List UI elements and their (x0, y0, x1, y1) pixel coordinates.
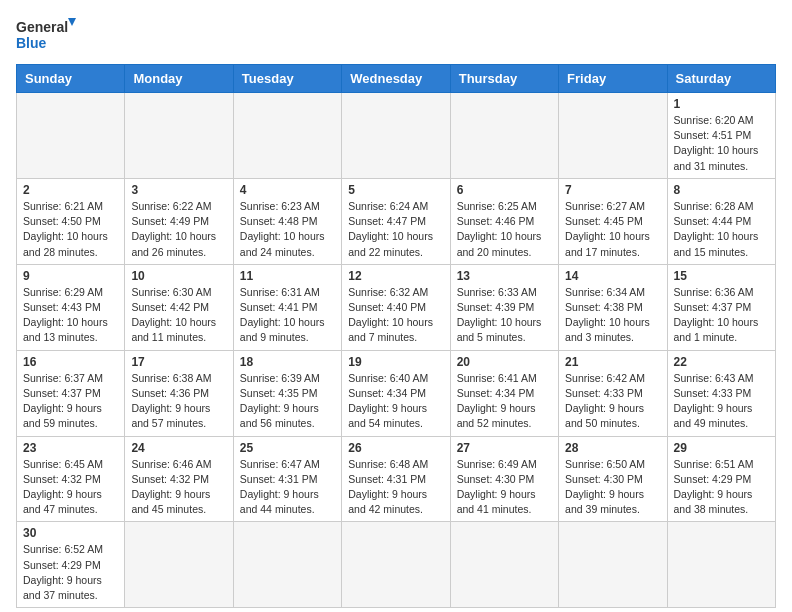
day-info: Sunrise: 6:38 AMSunset: 4:36 PMDaylight:… (131, 371, 226, 432)
day-info: Sunrise: 6:39 AMSunset: 4:35 PMDaylight:… (240, 371, 335, 432)
day-number: 3 (131, 183, 226, 197)
day-number: 24 (131, 441, 226, 455)
day-info: Sunrise: 6:46 AMSunset: 4:32 PMDaylight:… (131, 457, 226, 518)
calendar-cell: 19Sunrise: 6:40 AMSunset: 4:34 PMDayligh… (342, 350, 450, 436)
day-number: 27 (457, 441, 552, 455)
weekday-header-wednesday: Wednesday (342, 65, 450, 93)
calendar-cell (342, 93, 450, 179)
day-number: 20 (457, 355, 552, 369)
day-number: 10 (131, 269, 226, 283)
calendar-cell (559, 93, 667, 179)
calendar-cell: 27Sunrise: 6:49 AMSunset: 4:30 PMDayligh… (450, 436, 558, 522)
calendar-week-5: 23Sunrise: 6:45 AMSunset: 4:32 PMDayligh… (17, 436, 776, 522)
day-number: 28 (565, 441, 660, 455)
calendar-cell: 15Sunrise: 6:36 AMSunset: 4:37 PMDayligh… (667, 264, 775, 350)
calendar-cell (233, 522, 341, 608)
day-info: Sunrise: 6:51 AMSunset: 4:29 PMDaylight:… (674, 457, 769, 518)
day-info: Sunrise: 6:27 AMSunset: 4:45 PMDaylight:… (565, 199, 660, 260)
calendar-cell (233, 93, 341, 179)
calendar-cell: 24Sunrise: 6:46 AMSunset: 4:32 PMDayligh… (125, 436, 233, 522)
weekday-header-monday: Monday (125, 65, 233, 93)
calendar-cell: 7Sunrise: 6:27 AMSunset: 4:45 PMDaylight… (559, 178, 667, 264)
calendar-week-6: 30Sunrise: 6:52 AMSunset: 4:29 PMDayligh… (17, 522, 776, 608)
day-number: 1 (674, 97, 769, 111)
day-info: Sunrise: 6:25 AMSunset: 4:46 PMDaylight:… (457, 199, 552, 260)
calendar-cell: 10Sunrise: 6:30 AMSunset: 4:42 PMDayligh… (125, 264, 233, 350)
weekday-header-thursday: Thursday (450, 65, 558, 93)
day-info: Sunrise: 6:29 AMSunset: 4:43 PMDaylight:… (23, 285, 118, 346)
calendar-cell: 9Sunrise: 6:29 AMSunset: 4:43 PMDaylight… (17, 264, 125, 350)
calendar-cell (125, 522, 233, 608)
day-info: Sunrise: 6:37 AMSunset: 4:37 PMDaylight:… (23, 371, 118, 432)
day-info: Sunrise: 6:52 AMSunset: 4:29 PMDaylight:… (23, 542, 118, 603)
day-info: Sunrise: 6:23 AMSunset: 4:48 PMDaylight:… (240, 199, 335, 260)
calendar-cell: 13Sunrise: 6:33 AMSunset: 4:39 PMDayligh… (450, 264, 558, 350)
calendar-cell: 12Sunrise: 6:32 AMSunset: 4:40 PMDayligh… (342, 264, 450, 350)
calendar-cell: 23Sunrise: 6:45 AMSunset: 4:32 PMDayligh… (17, 436, 125, 522)
day-info: Sunrise: 6:31 AMSunset: 4:41 PMDaylight:… (240, 285, 335, 346)
day-number: 14 (565, 269, 660, 283)
calendar-week-3: 9Sunrise: 6:29 AMSunset: 4:43 PMDaylight… (17, 264, 776, 350)
calendar-cell (450, 522, 558, 608)
day-number: 21 (565, 355, 660, 369)
calendar-cell: 4Sunrise: 6:23 AMSunset: 4:48 PMDaylight… (233, 178, 341, 264)
day-info: Sunrise: 6:22 AMSunset: 4:49 PMDaylight:… (131, 199, 226, 260)
day-number: 22 (674, 355, 769, 369)
calendar-cell: 5Sunrise: 6:24 AMSunset: 4:47 PMDaylight… (342, 178, 450, 264)
day-number: 19 (348, 355, 443, 369)
calendar-cell: 26Sunrise: 6:48 AMSunset: 4:31 PMDayligh… (342, 436, 450, 522)
day-info: Sunrise: 6:24 AMSunset: 4:47 PMDaylight:… (348, 199, 443, 260)
day-info: Sunrise: 6:34 AMSunset: 4:38 PMDaylight:… (565, 285, 660, 346)
calendar-cell (17, 93, 125, 179)
calendar-cell (125, 93, 233, 179)
day-info: Sunrise: 6:36 AMSunset: 4:37 PMDaylight:… (674, 285, 769, 346)
day-info: Sunrise: 6:50 AMSunset: 4:30 PMDaylight:… (565, 457, 660, 518)
day-number: 6 (457, 183, 552, 197)
calendar-cell: 2Sunrise: 6:21 AMSunset: 4:50 PMDaylight… (17, 178, 125, 264)
day-number: 16 (23, 355, 118, 369)
calendar-week-2: 2Sunrise: 6:21 AMSunset: 4:50 PMDaylight… (17, 178, 776, 264)
svg-text:Blue: Blue (16, 35, 47, 51)
calendar-cell (342, 522, 450, 608)
day-number: 8 (674, 183, 769, 197)
day-number: 15 (674, 269, 769, 283)
weekday-header-friday: Friday (559, 65, 667, 93)
day-number: 9 (23, 269, 118, 283)
weekday-header-tuesday: Tuesday (233, 65, 341, 93)
day-number: 13 (457, 269, 552, 283)
calendar-cell: 20Sunrise: 6:41 AMSunset: 4:34 PMDayligh… (450, 350, 558, 436)
day-info: Sunrise: 6:41 AMSunset: 4:34 PMDaylight:… (457, 371, 552, 432)
day-number: 11 (240, 269, 335, 283)
calendar-cell: 14Sunrise: 6:34 AMSunset: 4:38 PMDayligh… (559, 264, 667, 350)
day-number: 7 (565, 183, 660, 197)
svg-text:General: General (16, 19, 68, 35)
weekday-header-sunday: Sunday (17, 65, 125, 93)
day-number: 26 (348, 441, 443, 455)
calendar-cell: 16Sunrise: 6:37 AMSunset: 4:37 PMDayligh… (17, 350, 125, 436)
day-info: Sunrise: 6:30 AMSunset: 4:42 PMDaylight:… (131, 285, 226, 346)
day-number: 5 (348, 183, 443, 197)
calendar-cell: 25Sunrise: 6:47 AMSunset: 4:31 PMDayligh… (233, 436, 341, 522)
day-number: 18 (240, 355, 335, 369)
day-info: Sunrise: 6:28 AMSunset: 4:44 PMDaylight:… (674, 199, 769, 260)
calendar-cell: 3Sunrise: 6:22 AMSunset: 4:49 PMDaylight… (125, 178, 233, 264)
day-info: Sunrise: 6:49 AMSunset: 4:30 PMDaylight:… (457, 457, 552, 518)
svg-marker-2 (68, 18, 76, 26)
day-info: Sunrise: 6:33 AMSunset: 4:39 PMDaylight:… (457, 285, 552, 346)
calendar-cell: 11Sunrise: 6:31 AMSunset: 4:41 PMDayligh… (233, 264, 341, 350)
calendar-cell: 28Sunrise: 6:50 AMSunset: 4:30 PMDayligh… (559, 436, 667, 522)
calendar-cell: 18Sunrise: 6:39 AMSunset: 4:35 PMDayligh… (233, 350, 341, 436)
day-info: Sunrise: 6:42 AMSunset: 4:33 PMDaylight:… (565, 371, 660, 432)
logo-svg: General Blue (16, 16, 76, 56)
day-info: Sunrise: 6:32 AMSunset: 4:40 PMDaylight:… (348, 285, 443, 346)
day-info: Sunrise: 6:47 AMSunset: 4:31 PMDaylight:… (240, 457, 335, 518)
day-info: Sunrise: 6:43 AMSunset: 4:33 PMDaylight:… (674, 371, 769, 432)
calendar-cell: 30Sunrise: 6:52 AMSunset: 4:29 PMDayligh… (17, 522, 125, 608)
calendar-cell (450, 93, 558, 179)
calendar-cell (667, 522, 775, 608)
calendar-cell: 1Sunrise: 6:20 AMSunset: 4:51 PMDaylight… (667, 93, 775, 179)
logo: General Blue (16, 16, 76, 56)
day-number: 17 (131, 355, 226, 369)
calendar-cell: 8Sunrise: 6:28 AMSunset: 4:44 PMDaylight… (667, 178, 775, 264)
calendar-cell: 21Sunrise: 6:42 AMSunset: 4:33 PMDayligh… (559, 350, 667, 436)
